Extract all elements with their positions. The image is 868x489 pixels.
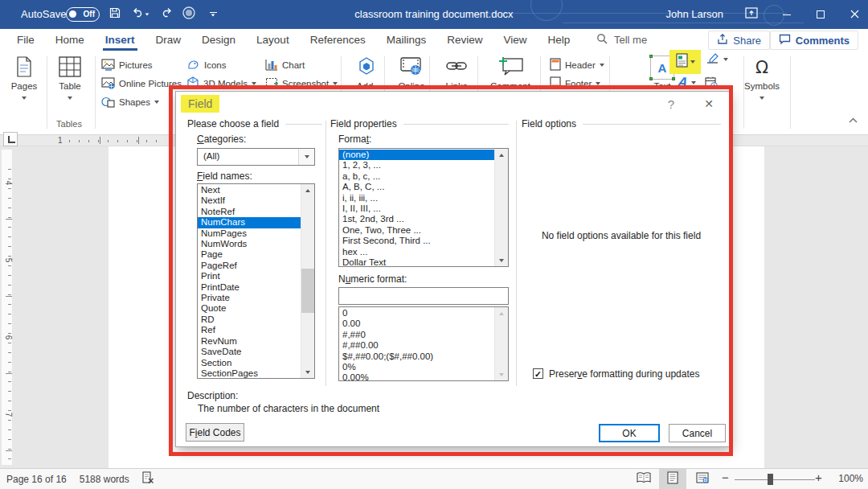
numeric-format-option[interactable]: 0.00 — [339, 318, 494, 329]
links-button[interactable]: Links — [436, 53, 477, 92]
page-indicator[interactable]: Page 16 of 16 — [6, 474, 67, 485]
proofing-errors-icon[interactable] — [142, 471, 154, 487]
field-name-option[interactable]: PrintDate — [198, 282, 301, 293]
touch-mode-button[interactable] — [180, 6, 198, 23]
chevron-down-icon[interactable] — [298, 149, 314, 165]
zoom-slider-track[interactable] — [735, 479, 815, 480]
dialog-close-button[interactable]: ✕ — [698, 97, 719, 113]
field-name-option[interactable]: Private — [198, 293, 301, 303]
field-name-option[interactable]: Ref — [198, 325, 301, 335]
format-option[interactable]: i, ii, iii, ... — [339, 193, 494, 203]
ribbon-tab[interactable]: References — [300, 29, 376, 51]
scroll-up-button[interactable] — [495, 149, 508, 161]
read-mode-button[interactable] — [630, 469, 657, 489]
field-name-option[interactable]: Section — [198, 358, 301, 368]
customize-qat-button[interactable] — [204, 6, 222, 23]
ribbon-tab[interactable]: Home — [45, 29, 95, 51]
ribbon-tab[interactable]: Help — [538, 29, 581, 51]
online-pictures-button[interactable]: Online Pictures — [101, 76, 182, 92]
date-time-button[interactable] — [705, 76, 718, 92]
format-option[interactable]: 1st, 2nd, 3rd ... — [339, 214, 494, 224]
maximize-button[interactable] — [807, 0, 834, 29]
numeric-format-option[interactable]: #,##0 — [339, 330, 494, 340]
scroll-up-button[interactable] — [495, 307, 508, 319]
ribbon-tab[interactable]: Draw — [145, 29, 192, 51]
format-option[interactable]: 1, 2, 3, ... — [339, 160, 494, 171]
web-layout-button[interactable] — [689, 469, 716, 489]
cancel-button[interactable]: Cancel — [669, 424, 726, 442]
close-window-button[interactable] — [841, 0, 868, 29]
screenshot-button[interactable]: Screenshot — [265, 76, 338, 92]
numeric-format-option[interactable]: 0 — [339, 308, 494, 318]
format-option[interactable]: I, II, III, ... — [339, 203, 494, 214]
wordart-button[interactable]: A — [678, 75, 696, 91]
format-option[interactable]: First Second, Third ... — [339, 236, 494, 246]
scrollbar[interactable] — [494, 149, 508, 266]
quick-parts-highlight[interactable] — [669, 50, 701, 74]
ribbon-tab[interactable]: Layout — [246, 29, 300, 51]
share-button[interactable]: Share — [708, 31, 770, 50]
preserve-formatting-checkbox[interactable]: ✓ — [533, 368, 543, 379]
format-option[interactable]: hex ... — [339, 247, 494, 257]
field-name-option[interactable]: NumChars — [198, 217, 301, 228]
zoom-slider-thumb[interactable] — [768, 474, 773, 485]
zoom-out-button[interactable]: − — [722, 471, 729, 484]
vertical-ruler[interactable]: 4567 — [2, 150, 12, 465]
ribbon-display-options-button[interactable] — [738, 0, 765, 29]
numeric-format-listbox[interactable]: 00.00#,##0#,##0.00$#,##0.00;($#,##0.00)0… — [338, 306, 509, 381]
numeric-format-option[interactable]: $#,##0.00;($#,##0.00) — [339, 351, 494, 362]
scroll-down-button[interactable] — [495, 368, 508, 380]
minimize-button[interactable] — [773, 0, 800, 29]
online-video-button[interactable]: Online — [391, 53, 432, 92]
scroll-down-button[interactable] — [495, 254, 508, 266]
field-name-option[interactable]: Page — [198, 249, 301, 260]
chart-button[interactable]: Chart — [265, 57, 305, 73]
3d-models-button[interactable]: 3D Models — [186, 76, 256, 92]
field-names-listbox[interactable]: NextNextIfNoteRefNumCharsNumPagesNumWord… — [197, 183, 315, 379]
scrollbar-thumb[interactable] — [301, 269, 314, 313]
ribbon-tab[interactable]: Mailings — [376, 29, 437, 51]
categories-dropdown[interactable]: (All) — [197, 148, 315, 166]
field-name-option[interactable]: NoteRef — [198, 207, 301, 217]
field-name-option[interactable]: NumWords — [198, 239, 301, 249]
scroll-down-button[interactable] — [301, 366, 314, 378]
add-ins-button[interactable]: Add- — [346, 53, 387, 92]
header-button[interactable]: Header — [550, 57, 604, 73]
zoom-level[interactable]: 100% — [831, 473, 863, 484]
ribbon-tab[interactable]: File — [6, 29, 45, 51]
field-name-option[interactable]: SaveDate — [198, 347, 301, 357]
symbols-button[interactable]: Ω Symbols — [744, 55, 780, 101]
format-option[interactable]: A, B, C, ... — [339, 182, 494, 192]
signature-line-button[interactable] — [706, 51, 728, 68]
ribbon-tab[interactable]: Insert — [95, 29, 145, 51]
scrollbar[interactable] — [494, 307, 508, 380]
table-button[interactable]: Table — [50, 55, 90, 101]
field-name-option[interactable]: SectionPages — [198, 368, 301, 379]
numeric-format-option[interactable]: #,##0.00 — [339, 340, 494, 351]
field-name-option[interactable]: RevNum — [198, 336, 301, 347]
numeric-format-option[interactable]: 0.00% — [339, 372, 494, 381]
print-layout-button[interactable] — [659, 469, 686, 489]
ok-button[interactable]: OK — [599, 424, 660, 442]
format-option[interactable]: a, b, c, ... — [339, 171, 494, 182]
field-name-option[interactable]: NextIf — [198, 195, 301, 206]
zoom-in-button[interactable]: + — [815, 471, 822, 484]
format-listbox[interactable]: (none)1, 2, 3, ...a, b, c, ...A, B, C, .… — [338, 148, 509, 267]
autosave-toggle[interactable]: Off — [66, 7, 100, 22]
field-name-option[interactable]: NumPages — [198, 228, 301, 239]
tell-me-search[interactable]: Tell me — [596, 33, 647, 47]
footer-button[interactable]: Footer — [550, 76, 600, 92]
field-name-option[interactable]: Quote — [198, 303, 301, 314]
save-button[interactable] — [106, 6, 124, 23]
pictures-button[interactable]: Pictures — [101, 57, 153, 73]
undo-button[interactable] — [129, 6, 153, 23]
tab-stop-selector[interactable] — [3, 132, 18, 146]
icons-button[interactable]: Icons — [186, 57, 227, 73]
redo-button[interactable] — [158, 6, 175, 23]
dialog-help-button[interactable]: ? — [662, 97, 680, 113]
field-name-option[interactable]: PageRef — [198, 261, 301, 271]
preserve-formatting-label[interactable]: Preserve formatting during updates — [549, 368, 699, 380]
new-comment-button[interactable]: Comment — [486, 53, 534, 92]
numeric-format-input[interactable] — [338, 287, 509, 305]
field-name-option[interactable]: Print — [198, 271, 301, 281]
